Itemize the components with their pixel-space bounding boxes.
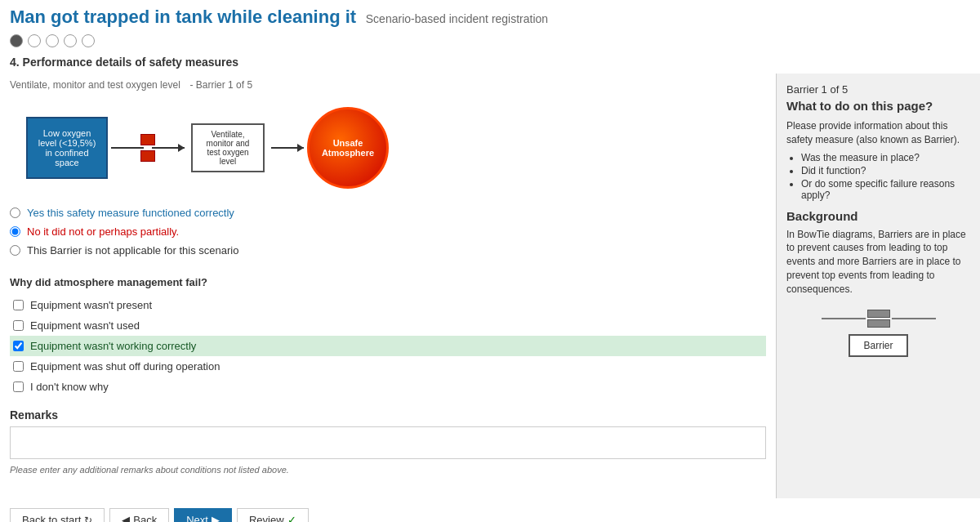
step-1 xyxy=(10,34,23,47)
step-3 xyxy=(46,34,59,47)
barrier-block-bottom xyxy=(140,150,155,162)
checkbox-2-input[interactable] xyxy=(13,320,24,331)
sidebar-bullet-2: Did it function? xyxy=(801,165,970,176)
back-to-start-label: Back to start xyxy=(22,514,81,522)
step-5 xyxy=(82,34,95,47)
checkbox-1[interactable]: Equipment wasn't present xyxy=(10,295,766,315)
refresh-icon: ↻ xyxy=(84,515,92,523)
radio-yes-input[interactable] xyxy=(10,207,20,218)
question-title: Why did atmosphere management fail? xyxy=(10,276,766,288)
steps-indicator xyxy=(0,31,980,51)
sidebar-barrier-count: Barrier 1 of 5 xyxy=(786,83,970,96)
checkbox-3-input[interactable] xyxy=(13,341,24,351)
checkbox-4[interactable]: Equipment was shut off during operation xyxy=(10,356,766,377)
cause-box: Low oxygen level (<19,5%) in confined sp… xyxy=(26,117,108,179)
next-arrow-icon: ▶ xyxy=(212,514,220,522)
radio-no-input[interactable] xyxy=(10,226,20,237)
sidebar: Barrier 1 of 5 What to do on this page? … xyxy=(776,74,980,498)
checkbox-3-label: Equipment wasn't working correctly xyxy=(30,340,196,352)
sidebar-bg-text: In BowTie diagrams, Barriers are in plac… xyxy=(786,228,970,297)
bowtie-diagram: Low oxygen level (<19,5%) in confined sp… xyxy=(10,99,766,197)
barrier-label: Ventilate, monitor and test oxygen level… xyxy=(10,74,766,99)
sidebar-bullet-3: Or do some specific failure reasons appl… xyxy=(801,178,970,201)
checkbox-5-label: I don't know why xyxy=(30,381,109,393)
checkbox-3[interactable]: Equipment wasn't working correctly xyxy=(10,336,766,356)
check-icon: ✓ xyxy=(287,514,296,522)
mini-barrier-diagram: Barrier xyxy=(786,310,970,357)
checkbox-4-input[interactable] xyxy=(13,361,24,372)
next-button[interactable]: Next ▶ xyxy=(174,508,232,522)
page-title: Man got trapped in tank while cleaning i… xyxy=(10,7,356,27)
radio-no-label: No it did not or perhaps partially. xyxy=(27,225,179,238)
radio-no[interactable]: No it did not or perhaps partially. xyxy=(10,222,766,241)
checkbox-2-label: Equipment wasn't used xyxy=(30,319,140,332)
effect-circle: Unsafe Atmosphere xyxy=(307,107,389,189)
back-label: Back xyxy=(133,514,157,522)
remarks-input[interactable] xyxy=(10,426,766,459)
sidebar-intro: Please provide information about this sa… xyxy=(786,119,970,147)
radio-yes-label: Yes this safety measure functioned corre… xyxy=(27,207,234,219)
back-to-start-button[interactable]: Back to start ↻ xyxy=(10,508,105,522)
sidebar-question: What to do on this page? xyxy=(786,99,970,113)
mini-barrier-box: Barrier xyxy=(849,334,907,357)
review-label: Review xyxy=(249,514,284,522)
back-button[interactable]: ◀ Back xyxy=(109,508,169,522)
remarks-label: Remarks xyxy=(10,408,766,422)
radio-yes[interactable]: Yes this safety measure functioned corre… xyxy=(10,203,766,222)
step-2 xyxy=(28,34,41,47)
remarks-hint: Please enter any additional remarks abou… xyxy=(10,465,766,475)
checkbox-1-label: Equipment wasn't present xyxy=(30,299,152,311)
sidebar-bullet-1: Was the measure in place? xyxy=(801,152,970,163)
back-arrow-icon: ◀ xyxy=(122,514,130,522)
review-button[interactable]: Review ✓ xyxy=(237,508,309,522)
next-label: Next xyxy=(186,514,208,522)
checkbox-5-input[interactable] xyxy=(13,381,24,392)
radio-na[interactable]: This Barrier is not applicable for this … xyxy=(10,241,766,260)
section-title: 4. Performance details of safety measure… xyxy=(0,51,980,74)
page-subtitle: Scenario-based incident registration xyxy=(366,12,548,25)
checkbox-4-label: Equipment was shut off during operation xyxy=(30,360,220,373)
barrier-box-diagram: Ventilate, monitor and test oxygen level xyxy=(191,123,265,172)
sidebar-bg-title: Background xyxy=(786,209,970,223)
barrier-block-top xyxy=(140,134,155,145)
checkbox-5[interactable]: I don't know why xyxy=(10,377,766,397)
radio-na-label: This Barrier is not applicable for this … xyxy=(27,244,238,257)
radio-na-input[interactable] xyxy=(10,245,20,256)
sidebar-bullets: Was the measure in place? Did it functio… xyxy=(786,152,970,201)
checkbox-2[interactable]: Equipment wasn't used xyxy=(10,315,766,336)
checkbox-group: Equipment wasn't present Equipment wasn'… xyxy=(10,295,766,397)
checkbox-1-input[interactable] xyxy=(13,300,24,310)
step-4 xyxy=(64,34,77,47)
radio-group: Yes this safety measure functioned corre… xyxy=(10,197,766,266)
footer-buttons: Back to start ↻ ◀ Back Next ▶ Review ✓ xyxy=(0,498,980,522)
